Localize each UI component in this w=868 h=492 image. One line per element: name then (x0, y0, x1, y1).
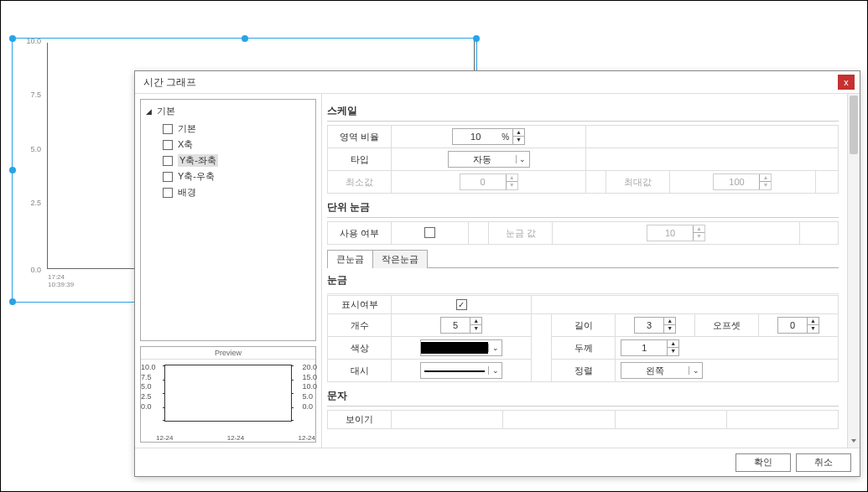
tree-item-xaxis[interactable]: X축 (163, 137, 310, 153)
tree-check-yaxis-left[interactable] (163, 156, 173, 166)
tree-root[interactable]: ◢ 기본 (146, 105, 310, 117)
preview-box: Preview 10.07.55.02.50.0 (140, 346, 316, 443)
min-spinner: ▲▼ (506, 174, 517, 189)
selection-handle-sw[interactable] (9, 298, 16, 305)
max-spinner: ▲▼ (759, 174, 771, 189)
tick-length-label: 길이 (552, 314, 616, 337)
time-graph-dialog: 시간 그래프 x ◢ 기본 기본 X축 Y축-좌축 Y축-우축 (134, 70, 860, 477)
max-label: 최대값 (606, 171, 670, 194)
tick-show-label: 표시여부 (328, 296, 392, 314)
area-ratio-label: 영역 비율 (328, 126, 392, 148)
dialog-footer: 확인 취소 (135, 448, 860, 476)
outer-frame: 10.0 7.5 5.0 2.5 0.0 17:24 10:39:39 시간 그… (0, 0, 868, 492)
unit-use-checkbox[interactable] (424, 227, 435, 238)
color-swatch (421, 342, 488, 354)
tick-offset-label: 오프셋 (695, 314, 759, 337)
tick-tabs: 큰눈금 작은눈금 (327, 250, 839, 268)
tree-item-yaxis-left[interactable]: Y축-좌축 (163, 153, 310, 168)
text-show-label: 보이기 (328, 411, 392, 429)
tree-item-background[interactable]: 배경 (163, 184, 310, 200)
selection-handle-ne[interactable] (473, 35, 480, 42)
tick-length-input[interactable]: 3▲▼ (634, 317, 676, 334)
text-grid: 보이기 (327, 410, 839, 429)
selection-handle-w[interactable] (9, 167, 16, 173)
tree-root-label: 기본 (157, 105, 175, 117)
unit-tick-grid: 사용 여부 눈금 값 10 ▲▼ (327, 221, 839, 245)
tick-align-label: 정렬 (552, 360, 616, 382)
tick-align-select[interactable]: 왼쪽⌄ (621, 362, 703, 379)
area-ratio-input[interactable]: 10% ▲▼ (452, 128, 525, 145)
tree-item-basic[interactable]: 기본 (163, 121, 310, 137)
tick-count-label: 개수 (328, 314, 392, 337)
unit-value-input: 10 ▲▼ (647, 225, 705, 241)
max-input: 100 ▲▼ (713, 173, 772, 190)
unit-value-label: 눈금 값 (489, 222, 553, 245)
pv-left-tick-marks (163, 365, 165, 421)
type-label: 타입 (328, 148, 392, 171)
tick-grid: 표시여부 ✓ 개수 5▲▼ 길이 3▲▼ 오프셋 0▲▼ (327, 295, 839, 382)
nav-tree: ◢ 기본 기본 X축 Y축-좌축 Y축-우축 배경 (140, 99, 316, 341)
tick-section-title: 눈금 (327, 272, 839, 290)
unit-use-label: 사용 여부 (328, 222, 392, 245)
unit-tick-title: 단위 눈금 (327, 199, 839, 218)
selection-handle-nw[interactable] (9, 35, 16, 42)
preview-x-ticks: 12-24 12-24 12-24 (156, 434, 315, 442)
tick-thickness-label: 두께 (552, 337, 616, 360)
cancel-button[interactable]: 취소 (796, 453, 851, 472)
tree-children: 기본 X축 Y축-좌축 Y축-우축 배경 (163, 121, 310, 200)
dash-swatch (421, 365, 488, 376)
chevron-down-icon: ⌄ (488, 344, 502, 352)
min-label: 최소값 (328, 171, 392, 194)
unit-value-spinner: ▲▼ (693, 225, 704, 241)
chevron-down-icon: ⌄ (689, 366, 702, 375)
dialog-titlebar[interactable]: 시간 그래프 x (135, 71, 860, 93)
tick-thickness-input[interactable]: 1▲▼ (621, 339, 679, 356)
preview-plot-area (164, 365, 292, 422)
scrollbar-thumb[interactable] (850, 96, 858, 154)
tab-major-tick[interactable]: 큰눈금 (327, 250, 373, 268)
tick-dash-label: 대시 (328, 360, 392, 382)
min-input: 0 ▲▼ (460, 173, 518, 190)
tab-minor-tick[interactable]: 작은눈금 (372, 250, 428, 268)
vertical-scrollbar[interactable] (847, 94, 860, 448)
preview-title: Preview (141, 347, 315, 360)
settings-scroll-area: 스케일 영역 비율 10% ▲▼ (322, 94, 847, 448)
tick-color-select[interactable]: ⌄ (420, 339, 502, 356)
tree-check-xaxis[interactable] (163, 140, 173, 150)
selection-handle-n[interactable] (242, 35, 248, 42)
close-button[interactable]: x (838, 75, 855, 90)
tree-check-background[interactable] (163, 188, 173, 198)
preview-chart: 10.07.55.02.50.0 (141, 360, 315, 442)
type-select[interactable]: 자동 ⌄ (448, 151, 530, 168)
chevron-down-icon: ⌄ (488, 366, 502, 375)
preview-left-ticks: 10.07.55.02.50.0 (141, 363, 156, 412)
tree-check-basic[interactable] (163, 124, 173, 134)
scale-grid: 영역 비율 10% ▲▼ 타입 (327, 125, 839, 194)
dialog-title: 시간 그래프 (143, 75, 838, 90)
text-section-title: 문자 (327, 387, 839, 407)
scale-section-title: 스케일 (327, 102, 839, 122)
preview-right-ticks: 20.015.010.05.00.0 (302, 363, 317, 412)
tree-caret-icon: ◢ (146, 107, 152, 116)
ok-button[interactable]: 확인 (735, 453, 791, 472)
tick-offset-input[interactable]: 0▲▼ (777, 317, 819, 334)
area-ratio-spinner[interactable]: ▲▼ (512, 129, 524, 144)
tree-check-yaxis-right[interactable] (163, 172, 173, 182)
tick-dash-select[interactable]: ⌄ (420, 362, 502, 379)
tick-count-input[interactable]: 5▲▼ (440, 317, 482, 334)
tick-color-label: 색상 (328, 337, 392, 360)
left-panel: ◢ 기본 기본 X축 Y축-좌축 Y축-우축 배경 Preview (135, 94, 321, 448)
right-panel: 스케일 영역 비율 10% ▲▼ (321, 94, 860, 448)
tree-item-yaxis-right[interactable]: Y축-우축 (163, 168, 310, 184)
pv-right-tick-marks (291, 365, 294, 421)
tick-show-checkbox[interactable]: ✓ (456, 299, 467, 310)
close-icon: x (844, 77, 849, 87)
chevron-down-icon: ⌄ (516, 155, 529, 163)
